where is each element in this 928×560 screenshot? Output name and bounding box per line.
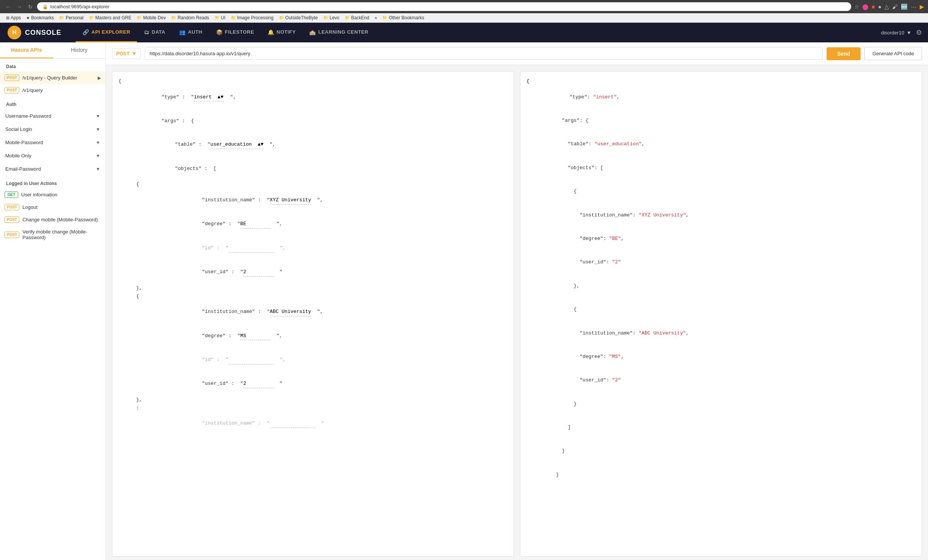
bookmark-star-icon[interactable]: ☆ [854,3,859,10]
sidebar-item-v1-query[interactable]: POST /v1/query [0,84,106,96]
nav-item-notify[interactable]: 🔔 NOTIFY [261,23,302,42]
browser-chrome: ← → ↻ 🔒 localhost:9695/api-explorer ☆ ⬤ … [0,0,928,13]
left-editor-panel[interactable]: { "type" : "insert ▲▼ ", "args" : { "tab… [112,71,514,557]
id-2-field[interactable] [229,356,274,364]
settings-gear-icon[interactable]: ⚙ [916,28,922,37]
nav-right: disorder10 ▼ ⚙ [881,28,928,37]
bookmark-personal[interactable]: 📁 Personal [57,14,86,21]
left-uid2-line: "user_id" : "2 " [118,372,508,396]
bookmark-other[interactable]: 📁 Other Bookmarks [380,14,426,21]
bookmark-other-label: Other Bookmarks [389,15,424,20]
folder-levo-icon: 📁 [323,16,329,20]
ext-icon-2[interactable]: △ [884,3,889,10]
bookmark-levo[interactable]: 📁 Levo [321,14,342,21]
tab-hasura-apis[interactable]: Hasura APIs [0,42,53,58]
sidebar-expandable-username-password[interactable]: Username-Password ▼ [0,109,106,123]
left-type-line: "type" : "insert ▲▼ ", [118,86,508,109]
sidebar-item-user-info[interactable]: GET User information [0,188,106,201]
ext-icon-4[interactable]: 🆕 [901,3,908,10]
id-1-field[interactable] [229,244,274,253]
degree-2-field[interactable]: MS [240,332,271,341]
institution-name-2-field[interactable]: ABC University [270,308,311,316]
user-id-1-field[interactable]: 2 [243,268,274,277]
sidebar-expandable-mobile-only[interactable]: Mobile Only ▼ [0,149,106,162]
browser-url-text: localhost:9695/api-explorer [50,4,109,9]
url-bar-area: POST ▼ Send Generate API code [106,42,928,65]
ext-icon-3[interactable]: 🖌 [892,3,898,10]
sidebar-expandable-mobile-password[interactable]: Mobile-Password ▼ [0,136,106,149]
ext-icon-1[interactable]: ● [878,3,881,10]
institution-name-3-field[interactable] [270,420,315,428]
right-obj1-open: { [526,180,916,203]
tab-history[interactable]: History [53,42,106,58]
api-label-logout: Logout [22,204,101,210]
ext-more-icon[interactable]: ⋯ [911,3,917,10]
bookmark-more[interactable]: » [372,14,380,21]
left-obj2-close: }, [118,396,508,404]
bookmark-apps[interactable]: ⊞ Apps [4,14,23,21]
section-title-auth: Auth [0,96,106,109]
bookmark-mobile-dev[interactable]: 📁 Mobile Dev [134,14,168,21]
hasura-ext-icon[interactable]: ⬤ [862,3,869,10]
method-selector[interactable]: POST ▼ [112,48,141,59]
left-deg2-line: "degree" : "MS ", [118,324,508,348]
user-dropdown[interactable]: disorder10 ▼ [881,30,911,36]
api-label-verify-mobile: Verify mobile change (Mobile-Password) [22,229,101,240]
bookmark-image-processing[interactable]: 📁 Image Processing [229,14,276,21]
degree-1-field[interactable]: BE [240,220,271,229]
bookmark-ui[interactable]: 📁 UI [212,14,228,21]
left-inst2-line: "institution_name" : "ABC University ", [118,300,508,324]
nav-refresh-button[interactable]: ↻ [26,3,34,11]
sidebar-expandable-email-password[interactable]: Email-Password ▼ [0,162,106,176]
table-value-field[interactable]: user_education ▲▼ [210,141,263,149]
mobile-password-label: Mobile-Password [5,140,43,145]
right-obj1-close: }, [526,274,916,298]
left-objects-line: "objects" : [ [118,157,508,180]
api-url-input[interactable] [145,47,823,60]
generate-api-code-button[interactable]: Generate API code [864,47,922,60]
nav-back-button[interactable]: ← [4,3,12,11]
nav-item-filestore[interactable]: 📦 FILESTORE [209,23,261,42]
bookmark-personal-label: Personal [65,15,83,20]
send-button[interactable]: Send [827,47,861,60]
bookmark-outsidethebyte[interactable]: 📁 OutsideTheByte [277,14,320,21]
nav-forward-button[interactable]: → [15,3,23,11]
bookmark-img-label: Image Processing [237,15,274,20]
bookmark-backend-label: BackEnd [351,15,369,20]
bookmark-random-reads[interactable]: 📁 Random Reads [169,14,211,21]
nav-item-data[interactable]: 🗂 DATA [137,23,172,42]
chevron-down-icon-2: ▼ [96,127,100,132]
right-inst2: "institution_name": "ABC University", [526,322,916,345]
learning-icon: 🏫 [309,29,316,35]
method-badge-post-1: POST [5,75,19,81]
profile-icon[interactable]: ▶ [920,3,924,10]
chevron-down-icon-1: ▼ [96,114,100,119]
left-uid1-line: "user_id" : "2 " [118,260,508,284]
right-args-line: "args": { [526,109,916,132]
bookmark-bookmarks[interactable]: ★ Bookmarks [24,14,56,21]
nav-item-learning[interactable]: 🏫 LEARNING CENTER [302,23,375,42]
bookmark-backend[interactable]: 📁 BackEnd [343,14,372,21]
user-id-2-field[interactable]: 2 [243,380,274,388]
url-bar[interactable]: 🔒 localhost:9695/api-explorer [37,2,851,11]
nav-filestore-label: FILESTORE [225,29,254,35]
left-inst1-line: "institution_name" : "XYZ University ", [118,188,508,212]
institution-name-1-field[interactable]: XYZ University [270,196,311,205]
method-badge-get: GET [5,191,18,198]
method-dropdown-icon: ▼ [132,51,137,56]
type-value-field[interactable]: insert ▲▼ [194,93,224,102]
ublock-icon[interactable]: ■ [872,3,875,10]
bookmark-mobile-label: Mobile Dev [143,15,166,20]
sidebar-item-verify-mobile[interactable]: POST Verify mobile change (Mobile-Passwo… [0,226,106,243]
nav-item-auth[interactable]: 👥 AUTH [172,23,209,42]
nav-item-api-explorer[interactable]: 🔗 API EXPLORER [76,23,137,42]
left-obj2-open: { [118,292,508,300]
bookmark-masters-gre[interactable]: 📁 Masters and GRE [87,14,134,21]
sidebar-expandable-social-login[interactable]: Social Login ▼ [0,123,106,136]
sidebar-item-query-builder[interactable]: POST /v1/query - Query Builder ▶ [0,72,106,84]
method-badge-change-mobile: POST [5,216,19,223]
right-args-close: } [526,440,916,463]
sidebar-item-logout[interactable]: POST Logout [0,201,106,213]
left-obj3-open: { [118,404,508,412]
sidebar-item-change-mobile[interactable]: POST Change mobile (Mobile-Password) [0,213,106,226]
